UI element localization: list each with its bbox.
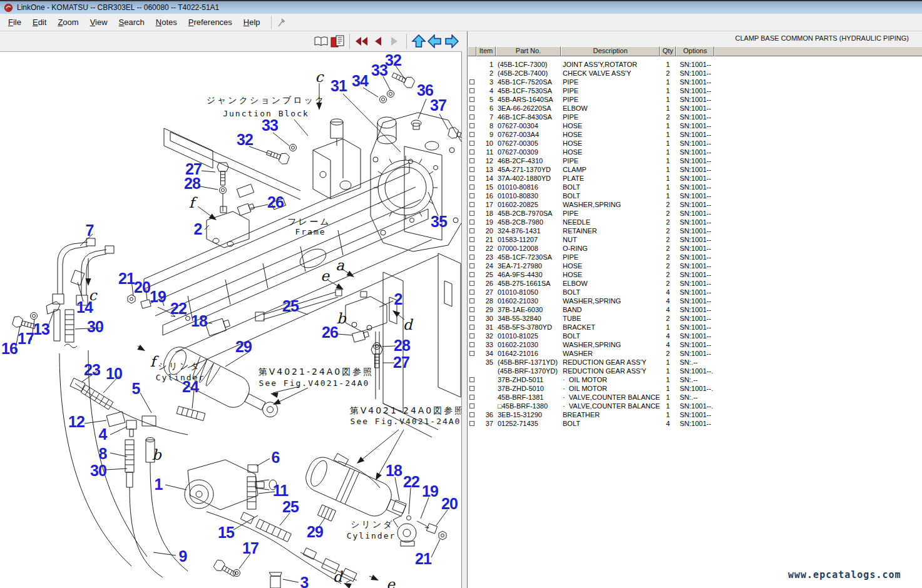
menu-zoom[interactable]: Zoom [52, 14, 84, 31]
table-row[interactable]: 3701252-71435BOLT4SN:1001-- [468, 419, 922, 428]
catalog-page-icon[interactable] [329, 33, 346, 49]
callout-12[interactable]: 12 [68, 414, 85, 430]
go-forward-icon[interactable] [443, 33, 459, 49]
table-row[interactable]: 1007627-00305HOSE1SN:1001-- [468, 139, 922, 148]
row-checkbox[interactable] [469, 298, 474, 303]
row-checkbox[interactable] [469, 141, 474, 146]
callout-22[interactable]: 22 [170, 301, 187, 317]
column-header-qty[interactable]: Qty [660, 46, 676, 56]
table-row[interactable]: 1107627-00309HOSE1SN:1001-- [468, 148, 922, 156]
callout-4[interactable]: 4 [99, 427, 107, 442]
table-row[interactable]: 3145B-5FS-3780YDBRACKET1SN:1001-- [468, 323, 922, 332]
row-checkbox[interactable] [469, 132, 474, 137]
menu-view[interactable]: View [85, 14, 113, 31]
callout-23[interactable]: 23 [84, 362, 100, 378]
callout-32[interactable]: 32 [237, 132, 253, 148]
callout-35[interactable]: 35 [431, 214, 447, 230]
callout-33[interactable]: 33 [262, 118, 278, 133]
table-row[interactable]: 2937B-1AE-6030BAND4SN:1001-- [468, 305, 922, 314]
row-checkbox[interactable] [469, 395, 474, 400]
table-row[interactable]: 45B-BRF-1381· VALVE,COUNTER BALANCE1SN:.… [468, 393, 922, 402]
first-page-icon[interactable] [354, 33, 370, 49]
row-checkbox[interactable] [469, 421, 474, 426]
table-row[interactable]: 3301602-21030WASHER,SPRING4SN:1001-- [468, 340, 922, 349]
row-checkbox[interactable] [469, 106, 474, 111]
row-checkbox[interactable] [469, 263, 474, 268]
table-row[interactable]: 2101583-11207NUT2SN:1001-- [468, 235, 922, 244]
callout-20[interactable]: 20 [134, 280, 150, 295]
row-checkbox[interactable] [469, 342, 474, 347]
table-row[interactable]: 1701602-20825WASHER,SPRING2SN:1001-- [468, 200, 922, 209]
callout-2[interactable]: 2 [394, 291, 402, 307]
column-header-options[interactable]: Options [676, 46, 714, 56]
go-up-icon[interactable] [411, 33, 427, 49]
table-row[interactable]: 2(45B-2CB-7400)CHECK VALVE ASS'Y2SN:1001… [468, 69, 922, 78]
row-checkbox[interactable] [469, 150, 474, 155]
callout-3[interactable]: 3 [300, 575, 309, 588]
table-row[interactable]: 363EB-15-31290BREATHER1SN:1001-- [468, 410, 922, 419]
next-page-icon[interactable] [386, 33, 402, 49]
table-row[interactable]: 3401642-21016WASHER2SN:1001-- [468, 349, 922, 358]
table-row[interactable]: 2701010-81050BOLT4SN:1001-- [468, 288, 922, 297]
row-checkbox[interactable] [469, 202, 474, 207]
row-checkbox[interactable] [469, 351, 474, 356]
callout-25[interactable]: 25 [282, 499, 299, 515]
callout-37[interactable]: 37 [430, 98, 446, 113]
table-row[interactable]: □45B-BRF-1380· VALVE,COUNTER BALANCE1SN:… [468, 402, 922, 410]
table-row[interactable]: 2546A-9FS-4430HOSE2SN:1001-- [468, 270, 922, 279]
table-row[interactable]: 1601010-80830BOLT1SN:1001-- [468, 191, 922, 200]
go-back-icon[interactable] [427, 33, 443, 49]
table-row[interactable]: 37B-ZHD-5011· OIL MOTOR1SN:.-- [468, 375, 922, 384]
callout-8[interactable]: 8 [99, 446, 107, 462]
table-row[interactable]: 2801602-21030WASHER,SPRING4SN:1001-- [468, 297, 922, 305]
callout-13[interactable]: 13 [33, 322, 49, 337]
callout-31[interactable]: 31 [330, 78, 347, 94]
table-row[interactable]: 2207000-12008O-RING2SN:1001-- [468, 244, 922, 253]
column-header-description[interactable]: Description [561, 46, 660, 56]
table-row[interactable]: 1(45B-1CF-7300)JOINT ASS'Y,ROTATOR1SN:10… [468, 60, 922, 69]
callout-17[interactable]: 17 [242, 540, 259, 556]
callout-10[interactable]: 10 [106, 366, 122, 382]
row-checkbox[interactable] [469, 333, 474, 338]
table-row[interactable]: 243EA-71-27980HOSE2SN:1001-- [468, 261, 922, 270]
table-row[interactable]: 545B-ARS-1640SAPIPE1SN:1001-- [468, 95, 922, 104]
callout-11[interactable]: 11 [273, 483, 288, 499]
row-checkbox[interactable] [469, 79, 474, 84]
row-checkbox[interactable] [469, 386, 474, 391]
row-checkbox[interactable] [469, 246, 474, 251]
callout-16[interactable]: 16 [1, 341, 18, 357]
menu-help[interactable]: Help [238, 14, 266, 31]
callout-5[interactable]: 5 [132, 381, 140, 397]
row-checkbox[interactable] [469, 325, 474, 330]
row-checkbox[interactable] [469, 316, 474, 321]
row-checkbox[interactable] [469, 228, 474, 233]
pin-tool-icon[interactable] [277, 18, 287, 28]
callout-17[interactable]: 17 [18, 331, 34, 347]
table-row[interactable]: 907627-003A4HOSE1SN:1001-- [468, 130, 922, 139]
row-checkbox[interactable] [469, 158, 474, 163]
table-row[interactable]: 1501010-80816BOLT1SN:1001-- [468, 183, 922, 191]
callout-9[interactable]: 9 [179, 549, 187, 564]
callout-18[interactable]: 18 [386, 463, 402, 479]
callout-33[interactable]: 33 [371, 63, 387, 78]
callout-7[interactable]: 7 [86, 223, 94, 238]
row-checkbox[interactable] [469, 176, 474, 181]
callout-18[interactable]: 18 [191, 313, 207, 329]
table-row[interactable]: 2345B-1CF-7230SAPIPE2SN:1001-- [468, 253, 922, 261]
row-checkbox[interactable] [469, 167, 474, 172]
callout-26[interactable]: 26 [267, 195, 284, 210]
row-checkbox[interactable] [469, 307, 474, 312]
table-row[interactable]: 1845B-2CB-7970SAPIPE2SN:1001-- [468, 209, 922, 218]
callout-1[interactable]: 1 [155, 477, 163, 492]
callout-21[interactable]: 21 [118, 271, 135, 286]
table-row[interactable]: 20324-876-1431RETAINER2SN:1001-- [468, 226, 922, 235]
callout-30[interactable]: 30 [90, 463, 106, 479]
table-row[interactable]: 1945B-2CB-7980NEEDLE2SN:1001-- [468, 218, 922, 226]
row-checkbox[interactable] [469, 114, 474, 119]
table-row[interactable]: 63EA-66-26220SAELBOW1SN:1001-- [468, 104, 922, 113]
row-checkbox[interactable] [469, 255, 474, 260]
table-row[interactable]: 3201010-81025BOLT4SN:1001-- [468, 332, 922, 340]
row-checkbox[interactable] [469, 377, 474, 382]
callout-6[interactable]: 6 [272, 450, 280, 465]
table-row[interactable]: 1345A-271-1370YDCLAMP1SN:1001-- [468, 165, 922, 174]
